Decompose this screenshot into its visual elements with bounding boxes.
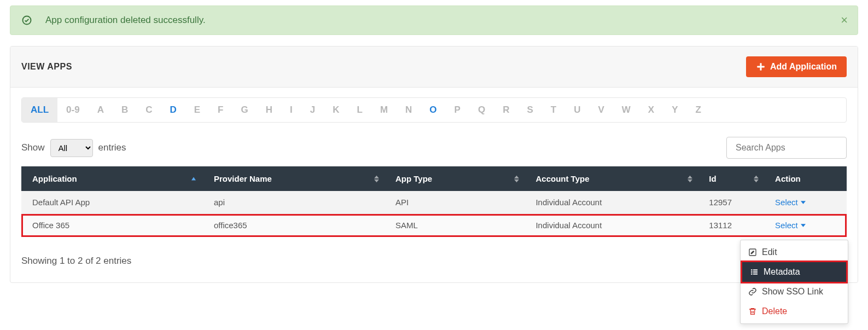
dropdown-show-sso[interactable]: Show SSO Link: [741, 282, 848, 299]
alpha-filter-h[interactable]: H: [257, 98, 281, 122]
entries-control: Show All entries: [21, 139, 126, 157]
alert-message: App configuration deleted successfully.: [45, 15, 206, 26]
entries-select[interactable]: All: [50, 139, 93, 157]
cell-action: Select: [764, 214, 847, 237]
cell-application: Default API App: [21, 191, 203, 214]
alpha-filter-0-9[interactable]: 0-9: [57, 98, 89, 122]
svg-rect-8: [751, 274, 753, 275]
success-alert: App configuration deleted successfully. …: [10, 5, 858, 35]
alert-close-button[interactable]: ×: [841, 13, 848, 27]
alpha-filter-r[interactable]: R: [494, 98, 518, 122]
svg-rect-2: [757, 66, 765, 68]
cell-id: 13112: [698, 214, 764, 237]
alpha-filter-l[interactable]: L: [348, 98, 371, 122]
alpha-filter-d[interactable]: D: [161, 98, 185, 122]
svg-rect-5: [753, 269, 758, 270]
sort-icon: [514, 175, 519, 182]
table-body: Default API AppapiAPIIndividual Account1…: [21, 191, 847, 237]
alpha-filter-k[interactable]: K: [324, 98, 348, 122]
edit-icon: [748, 248, 757, 257]
cell-provider: api: [203, 191, 385, 214]
svg-rect-9: [753, 274, 758, 275]
col-application[interactable]: Application: [21, 166, 203, 191]
caret-down-icon: [801, 201, 806, 204]
alpha-filter-w[interactable]: W: [613, 98, 639, 122]
alpha-filter-c[interactable]: C: [137, 98, 161, 122]
link-icon: [748, 287, 757, 296]
search-input[interactable]: [726, 137, 847, 159]
list-icon: [750, 268, 759, 276]
apps-table: Application Provider Name App Type Accou…: [21, 166, 847, 237]
alpha-filter-z[interactable]: Z: [687, 98, 710, 122]
alpha-filter-n[interactable]: N: [397, 98, 421, 122]
alpha-filter-a[interactable]: A: [89, 98, 113, 122]
plus-icon: [756, 62, 766, 72]
action-dropdown: Edit Metadata Show SSO Link Delete: [740, 240, 848, 299]
view-apps-panel: VIEW APPS Add Application ALL0-9ABCDEFGH…: [10, 46, 858, 283]
alpha-filter-g[interactable]: G: [232, 98, 257, 122]
alpha-filter-y[interactable]: Y: [663, 98, 686, 122]
show-label: Show: [21, 142, 45, 153]
select-action-link[interactable]: Select: [775, 198, 806, 207]
svg-rect-7: [753, 271, 758, 273]
alpha-filter-q[interactable]: Q: [469, 98, 494, 122]
alpha-filter-u[interactable]: U: [565, 98, 589, 122]
sort-icon: [688, 175, 692, 182]
table-footer: Showing 1 to 2 of 2 entries First Previ: [21, 250, 847, 271]
col-provider[interactable]: Provider Name: [203, 166, 385, 191]
alpha-filter-v[interactable]: V: [589, 98, 613, 122]
sort-asc-icon: [191, 174, 196, 183]
alpha-filter-all[interactable]: ALL: [22, 98, 57, 122]
add-application-label: Add Application: [770, 62, 837, 72]
cell-application: Office 365: [21, 214, 203, 237]
cell-account_type: Individual Account: [525, 191, 698, 214]
col-apptype[interactable]: App Type: [385, 166, 525, 191]
table-header-row: Application Provider Name App Type Accou…: [21, 166, 847, 191]
alpha-filter-m[interactable]: M: [371, 98, 397, 122]
cell-account_type: Individual Account: [525, 214, 698, 237]
add-application-button[interactable]: Add Application: [746, 56, 847, 77]
col-id[interactable]: Id: [698, 166, 764, 191]
panel-header: VIEW APPS Add Application: [10, 47, 858, 88]
cell-app_type: SAML: [385, 214, 525, 237]
dropdown-metadata[interactable]: Metadata: [742, 262, 846, 282]
caret-down-icon: [801, 224, 806, 227]
col-account[interactable]: Account Type: [525, 166, 698, 191]
alpha-filter-x[interactable]: X: [639, 98, 663, 122]
entries-label: entries: [98, 142, 126, 153]
panel-title: VIEW APPS: [21, 62, 72, 72]
col-action: Action: [764, 166, 847, 191]
sort-icon: [754, 175, 759, 182]
alpha-filter-e[interactable]: E: [185, 98, 209, 122]
table-row: Office 365office365SAMLIndividual Accoun…: [21, 214, 847, 237]
alpha-filter-p[interactable]: P: [446, 98, 469, 122]
select-action-link[interactable]: Select: [775, 221, 806, 230]
svg-rect-6: [751, 271, 753, 273]
sort-icon: [374, 175, 379, 182]
cell-provider: office365: [203, 214, 385, 237]
panel-body: ALL0-9ABCDEFGHIJKLMNOPQRSTUVWXYZ Show Al…: [10, 88, 858, 282]
cell-id: 12957: [698, 191, 764, 214]
table-info: Showing 1 to 2 of 2 entries: [21, 256, 131, 267]
check-circle-icon: [21, 15, 32, 26]
alpha-filter-s[interactable]: S: [518, 98, 541, 122]
alpha-filter-bar: ALL0-9ABCDEFGHIJKLMNOPQRSTUVWXYZ: [21, 97, 847, 123]
alpha-filter-o[interactable]: O: [421, 98, 445, 122]
cell-app_type: API: [385, 191, 525, 214]
alpha-filter-f[interactable]: F: [209, 98, 232, 122]
dropdown-edit[interactable]: Edit: [741, 242, 848, 262]
alpha-filter-i[interactable]: I: [281, 98, 301, 122]
alpha-filter-t[interactable]: T: [542, 98, 565, 122]
svg-rect-4: [751, 269, 753, 270]
cell-action: Select: [764, 191, 847, 214]
alpha-filter-j[interactable]: J: [301, 98, 324, 122]
table-row: Default API AppapiAPIIndividual Account1…: [21, 191, 847, 214]
alpha-filter-b[interactable]: B: [113, 98, 137, 122]
table-controls: Show All entries: [21, 137, 847, 159]
